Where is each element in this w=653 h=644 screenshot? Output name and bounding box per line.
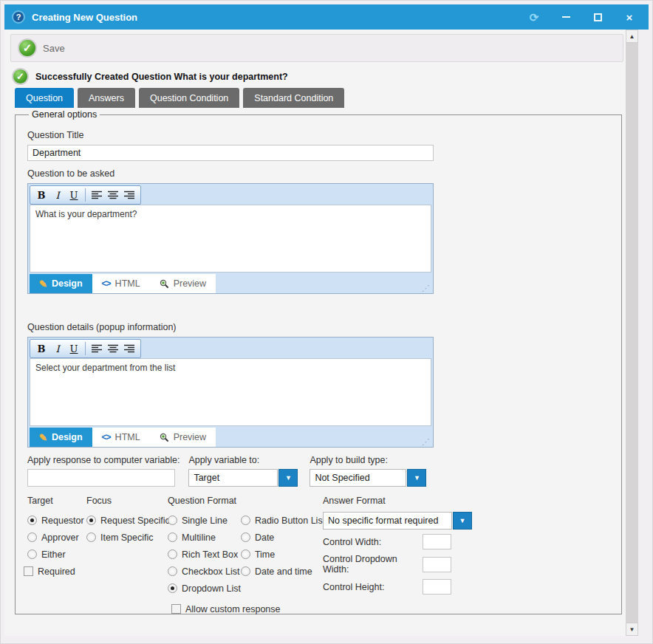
tab-answers[interactable]: Answers bbox=[78, 88, 135, 108]
minimize-button[interactable] bbox=[560, 11, 572, 23]
editor-toolbar: B I U bbox=[28, 184, 433, 205]
bold-button[interactable]: B bbox=[34, 341, 49, 356]
dropdown-arrow-button[interactable]: ▼ bbox=[453, 512, 472, 530]
format-button-panel: B I U bbox=[30, 339, 141, 358]
question-editor-content[interactable]: What is your department? bbox=[30, 205, 431, 273]
preview-tab-label: Preview bbox=[174, 278, 206, 289]
apply-variable-dropdown[interactable]: Target ▼ bbox=[188, 469, 298, 487]
italic-button[interactable]: I bbox=[50, 188, 65, 202]
format-button-panel: B I U bbox=[30, 185, 141, 205]
align-right-button[interactable] bbox=[122, 188, 137, 202]
dropdown-arrow-button[interactable]: ▼ bbox=[407, 469, 426, 487]
radio-radio-button-list[interactable]: Radio Button List bbox=[241, 512, 325, 529]
maximize-button[interactable] bbox=[592, 11, 604, 23]
checkbox-icon bbox=[24, 566, 33, 576]
radio-icon bbox=[168, 532, 177, 542]
underline-button[interactable]: U bbox=[66, 341, 81, 356]
radio-label: Checkbox List bbox=[182, 566, 240, 577]
question-title-input[interactable] bbox=[27, 145, 434, 161]
close-button[interactable]: × bbox=[623, 11, 635, 23]
code-icon: <> bbox=[102, 278, 111, 289]
vertical-scrollbar[interactable]: ▲ ▼ bbox=[626, 30, 638, 636]
radio-single-line[interactable]: Single Line bbox=[168, 512, 241, 529]
radio-multiline[interactable]: Multiline bbox=[168, 529, 241, 546]
radio-time[interactable]: Time bbox=[241, 546, 325, 563]
radio-rich-text-box[interactable]: Rich Text Box bbox=[168, 546, 241, 563]
save-check-icon: ✓ bbox=[18, 38, 37, 58]
align-left-icon bbox=[92, 344, 102, 353]
question-to-be-asked-label: Question to be asked bbox=[27, 168, 621, 179]
html-tab[interactable]: <>HTML bbox=[92, 428, 150, 447]
html-tab[interactable]: <>HTML bbox=[92, 274, 150, 293]
window-title: Creating New Question bbox=[32, 12, 137, 23]
bold-button[interactable]: B bbox=[34, 188, 49, 202]
resize-grip[interactable]: ⋰ bbox=[422, 438, 430, 446]
apply-build-label: Apply to build type: bbox=[310, 455, 426, 465]
apply-response-group: Apply response to computer variable: bbox=[27, 455, 180, 487]
align-center-icon bbox=[108, 191, 118, 199]
design-tab[interactable]: ✎Design bbox=[30, 428, 92, 447]
title-bar: ? Creating New Question ⟳ × bbox=[4, 4, 649, 30]
save-button[interactable]: Save bbox=[43, 43, 65, 54]
bold-icon: B bbox=[38, 343, 46, 354]
tab-question[interactable]: Question bbox=[15, 88, 74, 108]
checkbox-allow-custom-response[interactable]: Allow custom response bbox=[171, 600, 323, 617]
radio-approver[interactable]: Approver bbox=[27, 529, 86, 546]
align-right-button[interactable] bbox=[122, 341, 137, 356]
tab-question-condition[interactable]: Question Condition bbox=[139, 88, 239, 108]
html-tab-label: HTML bbox=[115, 278, 140, 289]
chevron-down-icon: ▼ bbox=[285, 474, 292, 482]
radio-icon bbox=[241, 566, 250, 576]
radio-item-specific[interactable]: Item Specific bbox=[86, 529, 168, 546]
tab-strip: Question Answers Question Condition Stan… bbox=[15, 88, 626, 108]
dropdown-arrow-button[interactable]: ▼ bbox=[278, 469, 298, 487]
control-width-input[interactable] bbox=[423, 534, 451, 549]
align-left-button[interactable] bbox=[89, 188, 104, 202]
preview-tab[interactable]: Preview bbox=[150, 274, 216, 293]
target-group: Target Requestor Approver Either Require… bbox=[27, 496, 86, 617]
radio-dropdown-list[interactable]: Dropdown List bbox=[168, 580, 241, 597]
radio-date-and-time[interactable]: Date and time bbox=[241, 563, 325, 580]
answer-format-dropdown[interactable]: No specific format required ▼ bbox=[323, 512, 472, 530]
scroll-up-button[interactable]: ▲ bbox=[626, 30, 638, 43]
question-title-label: Question Title bbox=[27, 130, 621, 140]
editor-mode-tabs: ✎Design <>HTML Preview ⋰ bbox=[30, 274, 431, 293]
radio-icon bbox=[168, 566, 177, 576]
underline-icon: U bbox=[70, 343, 78, 354]
underline-button[interactable]: U bbox=[66, 188, 81, 202]
resize-grip[interactable]: ⋰ bbox=[422, 284, 430, 292]
help-icon[interactable]: ? bbox=[12, 10, 25, 24]
design-tab[interactable]: ✎Design bbox=[30, 274, 92, 293]
scroll-down-button[interactable]: ▼ bbox=[626, 623, 638, 636]
align-left-button[interactable] bbox=[89, 341, 104, 356]
radio-request-specific[interactable]: Request Specific bbox=[86, 512, 168, 529]
italic-icon: I bbox=[55, 343, 59, 354]
radio-date[interactable]: Date bbox=[241, 529, 325, 546]
details-editor: B I U Select your department from the li… bbox=[27, 337, 434, 448]
refresh-button[interactable]: ⟳ bbox=[528, 11, 540, 23]
apply-build-value: Not Specified bbox=[310, 469, 406, 487]
control-dropdown-width-input[interactable] bbox=[423, 557, 451, 572]
details-editor-content[interactable]: Select your department from the list bbox=[30, 358, 431, 426]
preview-tab[interactable]: Preview bbox=[150, 428, 216, 447]
align-center-button[interactable] bbox=[106, 188, 120, 202]
control-height-input[interactable] bbox=[423, 579, 451, 595]
magnifier-icon bbox=[160, 279, 169, 289]
minimize-icon bbox=[562, 16, 570, 18]
status-message: Successfully Created Question What is yo… bbox=[35, 72, 288, 82]
status-row: ✓ Successfully Created Question What is … bbox=[12, 67, 626, 86]
radio-either[interactable]: Either bbox=[27, 546, 86, 563]
apply-response-input[interactable] bbox=[27, 469, 175, 487]
radio-checkbox-list[interactable]: Checkbox List bbox=[168, 563, 241, 580]
question-details-label: Question details (popup information) bbox=[27, 322, 621, 332]
main-pane: ✓ Save ✓ Successfully Created Question W… bbox=[4, 30, 626, 636]
checkbox-required[interactable]: Required bbox=[24, 563, 86, 580]
align-center-button[interactable] bbox=[106, 341, 120, 356]
pencil-icon: ✎ bbox=[39, 432, 47, 443]
control-dropdown-width-row: Control Dropdown Width: bbox=[323, 554, 451, 575]
underline-icon: U bbox=[70, 190, 78, 201]
italic-button[interactable]: I bbox=[50, 341, 65, 356]
tab-standard-condition[interactable]: Standard Condition bbox=[243, 88, 344, 108]
apply-build-dropdown[interactable]: Not Specified ▼ bbox=[310, 469, 426, 487]
radio-requestor[interactable]: Requestor bbox=[27, 512, 86, 529]
